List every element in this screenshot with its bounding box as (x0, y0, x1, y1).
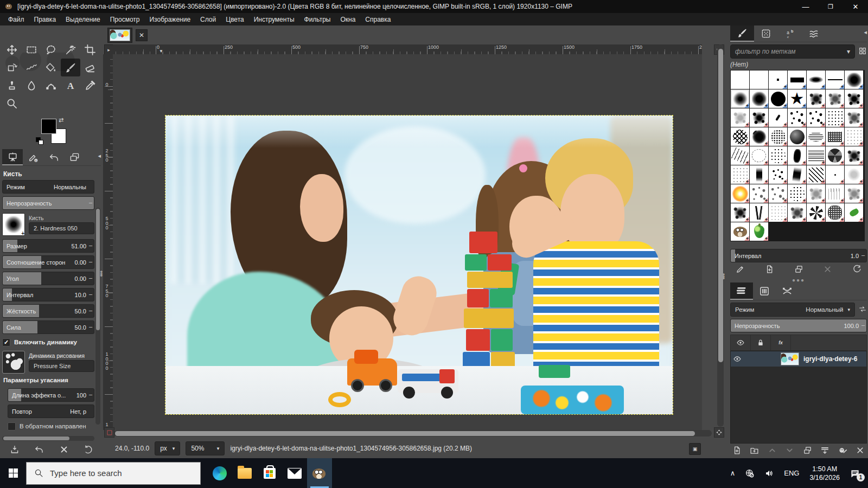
brush-cell-10-circle[interactable]: + (769, 89, 787, 108)
brush-cell-54-burst[interactable]: + (807, 203, 825, 222)
brush-cell-51-figures[interactable]: + (750, 203, 768, 222)
brush-cell-14-dense[interactable]: + (845, 89, 863, 108)
notification-center-button[interactable]: 1 (845, 458, 868, 488)
tab-brushes[interactable] (730, 25, 754, 42)
brush-cell-25-sphere[interactable]: + (788, 127, 806, 146)
menu-5[interactable]: Изображение (144, 14, 195, 25)
brush-cell-45-spat1[interactable]: + (769, 184, 787, 203)
brush-cell-52-fainttex[interactable]: + (769, 203, 787, 222)
zoom-dropdown[interactable]: 50%▾ (186, 441, 225, 455)
brush-cell-3-tinydot[interactable]: + (769, 70, 787, 89)
brush-cell-39-inksmear[interactable]: + (788, 165, 806, 184)
mode-switch-icon[interactable] (858, 305, 867, 315)
foreground-color-swatch[interactable] (41, 119, 56, 134)
menu-8[interactable]: Инструменты (249, 14, 299, 25)
window-titlebar[interactable]: [igryi-dlya-detey-6-let-doma-na-ulitse-p… (0, 0, 868, 13)
brush-cell-36-sprayf[interactable]: + (731, 165, 749, 184)
slider-Угол[interactable]: Угол0.00‒ (2, 272, 94, 285)
quick-mask-button[interactable] (104, 427, 114, 438)
brush-cell-11-star[interactable]: ★+ (788, 89, 806, 108)
start-button[interactable] (0, 458, 26, 488)
taskbar-app-mail[interactable] (282, 458, 307, 488)
brush-cell-17-stroke2[interactable]: + (769, 108, 787, 127)
brush-cell-56-leafcut[interactable]: + (845, 203, 863, 222)
horizontal-ruler[interactable]: 025050075010001250150017502000▼ (113, 44, 702, 55)
ruler-corner-button[interactable]: ▸ (104, 44, 113, 55)
slider-stepper[interactable]: ‒ (861, 252, 865, 258)
brush-cell-12-splat[interactable]: + (807, 89, 825, 108)
menu-7[interactable]: Цвета (221, 14, 248, 25)
tool-text[interactable]: A (61, 76, 80, 94)
brush-cell-20-sparse[interactable]: + (826, 108, 844, 127)
panel-resize-handle[interactable]: ●●● (722, 274, 725, 280)
tab-channels[interactable] (753, 282, 776, 300)
image-viewport[interactable] (113, 54, 702, 430)
brush-spacing-slider[interactable]: Интервал 1.0 ‒ (730, 249, 867, 262)
unit-dropdown[interactable]: px▾ (155, 441, 180, 455)
taskbar-app-gimp[interactable] (307, 458, 332, 488)
menu-1[interactable]: Файл (3, 14, 29, 25)
brush-cell-26-texoval[interactable]: + (807, 127, 825, 146)
brush-cell-41-point[interactable]: + (826, 165, 844, 184)
tab-paths[interactable] (776, 282, 799, 300)
tool-smudge[interactable] (22, 76, 41, 94)
brush-cell-22-cells[interactable]: + (731, 127, 749, 146)
brush-view-mode-icon[interactable] (858, 47, 867, 57)
slider-stepper[interactable]: ‒ (861, 322, 865, 328)
slider-Длина эффекта о...[interactable]: Длина эффекта о...100‒ (8, 388, 94, 402)
brush-cell-50-grungec[interactable]: + (731, 203, 749, 222)
brush-cell-58-pepper[interactable]: + (750, 222, 768, 241)
tab-layers[interactable] (730, 282, 753, 300)
raise-layer-button[interactable] (768, 446, 777, 457)
dropdown-Повтор[interactable]: ПовторНет, р (8, 404, 94, 418)
visibility-toggle-button[interactable] (731, 335, 751, 350)
new-brush-button[interactable] (765, 265, 774, 275)
duplicate-brush-button[interactable] (794, 265, 803, 275)
brush-cell-46-bignoise[interactable]: + (788, 184, 806, 203)
dock-tab-device-status[interactable]: i (23, 149, 43, 165)
brush-cell-37-vsmudge[interactable]: + (750, 165, 768, 184)
volume-icon[interactable] (760, 458, 779, 488)
brush-cell-9-soft2[interactable]: + (750, 89, 768, 108)
brush-cell-27-weave[interactable]: + (826, 127, 844, 146)
tool-color-picker[interactable] (80, 76, 100, 94)
brush-cell-47-softgr[interactable]: + (807, 184, 825, 203)
brush-cell-29-needles[interactable]: + (731, 146, 749, 165)
new-layer-button[interactable] (732, 446, 742, 457)
brush-cell-57-wilber[interactable]: + (731, 222, 749, 241)
dock-tab-tool-options[interactable] (2, 149, 23, 165)
brush-cell-1-blank[interactable] (731, 70, 749, 89)
lower-layer-button[interactable] (785, 446, 794, 457)
duplicate-layer-button[interactable] (803, 446, 812, 457)
network-icon[interactable] (740, 458, 760, 488)
brush-cell-28-faintdots[interactable]: + (845, 127, 863, 146)
checkbox-Включить динамику[interactable]: ✓Включить динамику (2, 337, 94, 348)
brush-cell-33-hlines[interactable]: + (807, 146, 825, 165)
dynamics-chooser[interactable]: Динамика рисованияPressure Size (2, 350, 94, 374)
brush-cell-49-spat2[interactable]: + (845, 184, 863, 203)
slider-Размер[interactable]: Размер51.00‒ (2, 239, 94, 253)
menu-2[interactable]: Правка (29, 14, 61, 25)
taskbar-app-file-explorer[interactable] (232, 458, 257, 488)
tool-zoom[interactable] (2, 94, 22, 112)
brush-cell-5-ellipse[interactable]: + (807, 70, 825, 89)
brush-cell-48-strokes[interactable]: + (826, 184, 844, 203)
brush-cell-15-faint[interactable]: + (731, 108, 749, 127)
canvas-hscrollbar[interactable] (114, 430, 712, 436)
brush-cell-30-sketch[interactable]: + (750, 146, 768, 165)
panel-resize-handle[interactable]: ●●● (730, 278, 867, 282)
brush-cell-8-soft[interactable]: + (731, 89, 749, 108)
effects-toggle-button[interactable]: fx (771, 335, 791, 350)
brush-cell-24-speckle[interactable]: + (769, 127, 787, 146)
brush-cell-19-dots[interactable]: + (807, 108, 825, 127)
checkbox-В обратном направлен[interactable]: В обратном направлен (8, 421, 94, 432)
brush-cell-7-soft2[interactable]: + (845, 70, 863, 89)
tool-options-hscrollbar[interactable] (2, 436, 94, 441)
brush-cell-34-swirl[interactable]: + (826, 146, 844, 165)
brush-cell-35-grungec[interactable]: + (845, 146, 863, 165)
edit-brush-button[interactable] (736, 265, 745, 275)
new-group-button[interactable] (750, 446, 759, 457)
taskbar-search-input[interactable]: Type here to search (26, 462, 201, 485)
tab-gradients[interactable] (802, 25, 826, 42)
default-colors-icon[interactable] (36, 137, 43, 144)
